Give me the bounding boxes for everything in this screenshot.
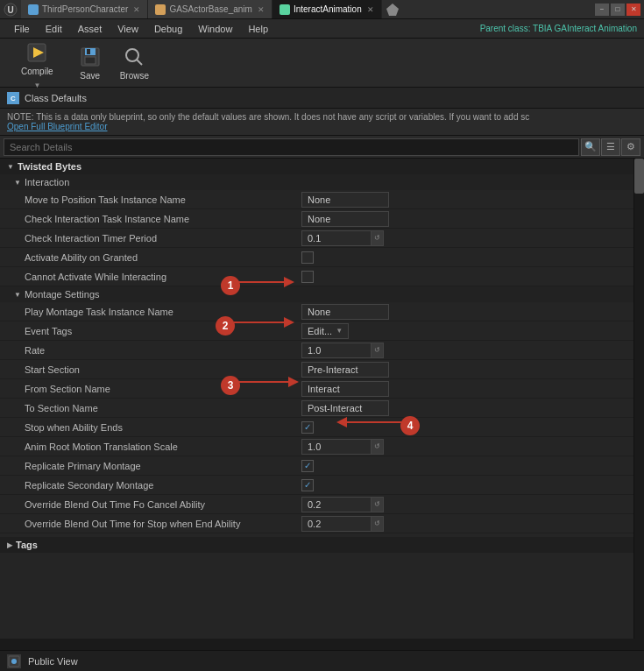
prop-value-start-section bbox=[298, 362, 633, 378]
title-bar: U ThirdPersonCharacter ✕ GASActorBase_an… bbox=[0, 0, 644, 19]
annotation-2: 2 bbox=[216, 316, 235, 336]
replicate-primary-checkbox[interactable] bbox=[301, 460, 314, 472]
rate-arrow[interactable]: ↺ bbox=[372, 343, 384, 358]
prop-label-from-section-name: From Section Name bbox=[0, 384, 298, 394]
details-panel: ▼ Twisted Bytes ▼ Interaction Move to Po… bbox=[0, 159, 633, 639]
menu-debug[interactable]: Debug bbox=[147, 22, 189, 36]
tab-label-1: ThirdPersonCharacter bbox=[42, 4, 128, 14]
prop-value-anim-root-motion: ↺ bbox=[298, 439, 633, 455]
annotation-4-label: 4 bbox=[407, 420, 414, 432]
menu-view[interactable]: View bbox=[110, 22, 145, 36]
maximize-button[interactable]: □ bbox=[611, 4, 625, 16]
interaction-header[interactable]: ▼ Interaction bbox=[0, 174, 633, 190]
override-blend-stop-arrow[interactable]: ↺ bbox=[372, 516, 384, 532]
prop-value-move-to-position bbox=[298, 192, 633, 208]
twisted-bytes-header[interactable]: ▼ Twisted Bytes bbox=[0, 159, 633, 174]
svg-rect-8 bbox=[87, 49, 90, 54]
prop-override-blend-cancel: Override Blend Out Time Fo Cancel Abilit… bbox=[0, 495, 633, 514]
class-defaults-label: Class Defaults bbox=[25, 93, 87, 103]
event-tags-dropdown[interactable]: Edit... ▼ bbox=[301, 323, 349, 339]
prop-start-section: Start Section bbox=[0, 360, 633, 379]
prop-to-section-name: To Section Name bbox=[0, 399, 633, 418]
check-timer-period-arrow[interactable]: ↺ bbox=[372, 230, 384, 246]
play-montage-task-input[interactable] bbox=[301, 304, 389, 320]
minimize-button[interactable]: − bbox=[595, 4, 609, 16]
tab-close-1[interactable]: ✕ bbox=[133, 5, 140, 14]
prop-value-activate-ability-granted bbox=[298, 251, 633, 264]
from-section-name-input[interactable] bbox=[301, 381, 389, 397]
window-controls: − □ ✕ bbox=[595, 4, 640, 16]
montage-settings-label: Montage Settings bbox=[25, 289, 100, 300]
svg-text:C: C bbox=[11, 95, 16, 102]
browse-button[interactable]: Browse bbox=[113, 41, 156, 84]
prop-override-blend-stop: Override Blend Out Time for Stop when En… bbox=[0, 514, 633, 533]
move-to-position-input[interactable] bbox=[301, 192, 389, 208]
annotation-3: 3 bbox=[221, 376, 240, 395]
prop-value-check-interaction-task bbox=[298, 211, 633, 227]
override-blend-cancel-input[interactable] bbox=[301, 497, 372, 512]
start-section-input[interactable] bbox=[301, 362, 389, 378]
prop-value-stop-ability-ends bbox=[298, 421, 633, 434]
annotation-3-label: 3 bbox=[228, 379, 234, 392]
compile-button-group[interactable]: Compile ▼ bbox=[7, 33, 67, 93]
override-blend-stop-input[interactable] bbox=[301, 516, 372, 532]
compile-button[interactable]: Compile bbox=[14, 37, 60, 80]
prop-value-event-tags: Edit... ▼ bbox=[298, 323, 633, 339]
montage-settings-header[interactable]: ▼ Montage Settings bbox=[0, 286, 633, 302]
tab-interact-animation[interactable]: InteractAnimation ✕ bbox=[272, 0, 382, 18]
open-blueprint-link[interactable]: Open Full Blueprint Editor bbox=[7, 122, 108, 131]
compile-dropdown-arrow[interactable]: ▼ bbox=[32, 81, 42, 89]
tab-close-2[interactable]: ✕ bbox=[258, 5, 265, 14]
settings-btn[interactable]: ⚙ bbox=[621, 138, 640, 156]
tab-icon-1 bbox=[28, 4, 39, 15]
prop-event-tags: Event Tags Edit... ▼ bbox=[0, 321, 633, 341]
twisted-bytes-triangle: ▼ bbox=[7, 163, 14, 171]
prop-label-play-montage-task: Play Montage Task Instance Name bbox=[0, 307, 298, 317]
browse-label: Browse bbox=[120, 71, 149, 81]
prop-value-override-blend-stop: ↺ bbox=[298, 516, 633, 532]
replicate-secondary-checkbox[interactable] bbox=[301, 479, 314, 491]
scrollbar[interactable] bbox=[633, 159, 644, 639]
prop-label-check-timer-period: Check Interaction Timer Period bbox=[0, 233, 298, 244]
list-view-btn[interactable]: ☰ bbox=[601, 138, 620, 156]
menu-asset[interactable]: Asset bbox=[71, 22, 110, 36]
anim-root-motion-field-group: ↺ bbox=[301, 439, 384, 455]
to-section-name-input[interactable] bbox=[301, 400, 389, 416]
toolbar: Compile ▼ Save Browse bbox=[0, 39, 644, 88]
override-blend-cancel-arrow[interactable]: ↺ bbox=[372, 497, 384, 512]
anim-root-motion-arrow[interactable]: ↺ bbox=[372, 439, 384, 455]
stop-ability-ends-checkbox[interactable] bbox=[301, 421, 314, 434]
prop-label-rate: Rate bbox=[0, 345, 298, 356]
rate-input[interactable] bbox=[301, 343, 372, 358]
save-button[interactable]: Save bbox=[71, 41, 110, 84]
parent-class-label: Parent class: bbox=[480, 24, 531, 33]
tab-third-person-character[interactable]: ThirdPersonCharacter ✕ bbox=[21, 0, 148, 18]
activate-ability-granted-checkbox[interactable] bbox=[301, 251, 314, 264]
search-icon-btn[interactable]: 🔍 bbox=[581, 138, 600, 156]
check-interaction-task-input[interactable] bbox=[301, 211, 389, 227]
prop-label-anim-root-motion: Anim Root Motion Translation Scale bbox=[0, 441, 298, 452]
pin-icon bbox=[386, 3, 400, 17]
menu-help[interactable]: Help bbox=[241, 22, 275, 36]
prop-value-check-timer-period: ↺ bbox=[298, 230, 633, 246]
compile-icon bbox=[25, 40, 49, 65]
prop-label-to-section-name: To Section Name bbox=[0, 403, 298, 413]
search-input[interactable] bbox=[4, 138, 579, 156]
prop-value-to-section-name bbox=[298, 400, 633, 416]
close-button[interactable]: ✕ bbox=[626, 4, 640, 16]
check-timer-period-input[interactable] bbox=[301, 230, 372, 246]
svg-line-10 bbox=[137, 60, 142, 65]
cannot-activate-interacting-checkbox[interactable] bbox=[301, 271, 314, 283]
override-blend-cancel-field-group: ↺ bbox=[301, 497, 384, 512]
anim-root-motion-input[interactable] bbox=[301, 439, 372, 455]
tab-close-3[interactable]: ✕ bbox=[367, 5, 374, 14]
prop-stop-ability-ends: Stop when Ability Ends bbox=[0, 418, 633, 437]
prop-cannot-activate-interacting: Cannot Activate While Interacting bbox=[0, 267, 633, 286]
tab-gas-actor[interactable]: GASActorBase_anim ✕ bbox=[148, 0, 272, 18]
prop-label-cannot-activate-interacting: Cannot Activate While Interacting bbox=[0, 272, 298, 282]
scrollbar-thumb[interactable] bbox=[634, 159, 644, 194]
tags-header[interactable]: ▶ Tags bbox=[0, 537, 633, 553]
menu-window[interactable]: Window bbox=[191, 22, 239, 36]
prop-replicate-primary-montage: Replicate Primary Montage bbox=[0, 456, 633, 476]
override-blend-stop-field-group: ↺ bbox=[301, 516, 384, 532]
